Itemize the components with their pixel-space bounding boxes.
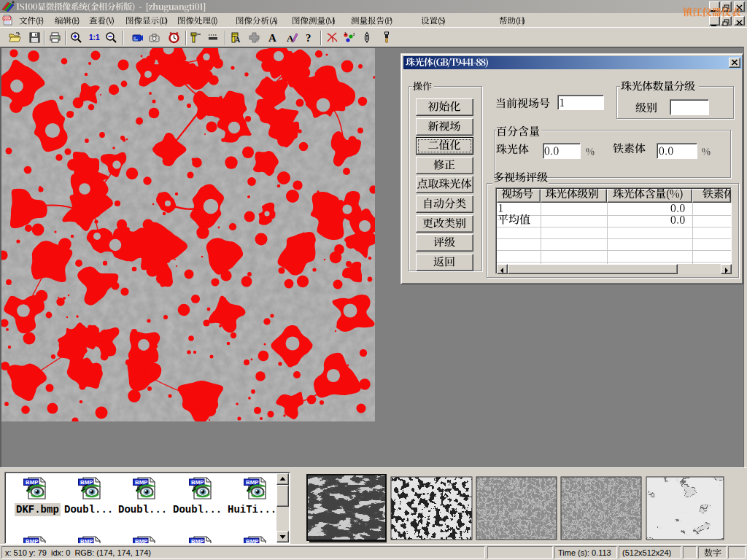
svg-text:1:1: 1:1 [89,34,100,42]
svg-text:1: 1 [344,31,347,36]
svg-text:DOC: DOC [4,17,10,20]
svg-text:A: A [235,36,241,44]
svg-text:3: 3 [353,32,355,36]
svg-text:?: ? [306,32,311,44]
svg-text:A: A [268,32,276,44]
